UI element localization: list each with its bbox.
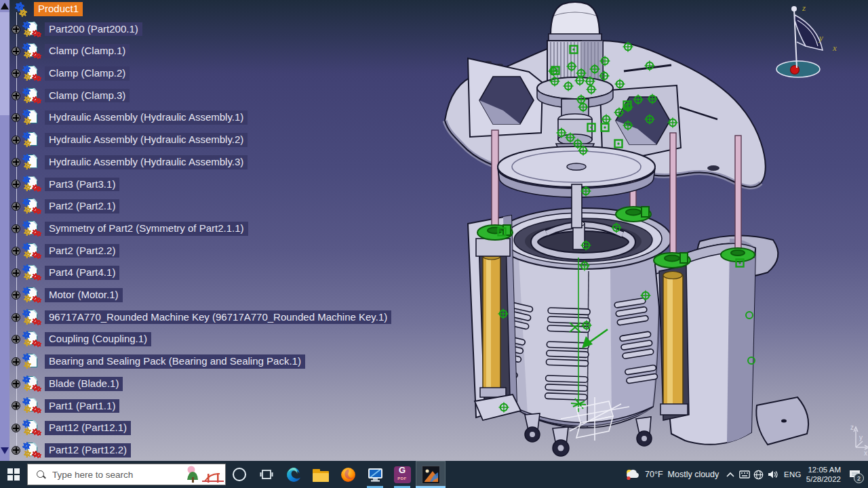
cortana-button[interactable] (226, 461, 253, 488)
file-explorer-button[interactable] (307, 461, 334, 488)
network-globe-icon[interactable] (751, 470, 766, 480)
expand-plus-icon[interactable] (12, 180, 20, 188)
firefox-button[interactable] (334, 461, 361, 488)
expand-plus-icon[interactable] (12, 247, 20, 256)
part-node-icon (20, 264, 41, 282)
gear-icon (22, 375, 31, 384)
tree-item[interactable]: Clamp (Clamp.2) (9, 64, 130, 83)
tree-item-label[interactable]: Part1 (Part1.1) (45, 399, 119, 413)
speaker-icon[interactable] (766, 470, 780, 479)
expand-plus-icon[interactable] (12, 92, 20, 100)
tree-item[interactable]: Part12 (Part12.1) (9, 419, 131, 437)
expand-plus-icon[interactable] (12, 25, 20, 34)
expand-plus-icon[interactable] (12, 446, 20, 455)
tree-item-label[interactable]: Coupling (Coupling.1) (45, 332, 151, 346)
tree-item[interactable]: Clamp (Clamp.1) (9, 42, 130, 60)
expand-plus-icon[interactable] (12, 69, 20, 78)
gom-cam-button[interactable] (361, 461, 389, 488)
tree-item[interactable]: Motor (Motor.1) (9, 286, 123, 304)
expand-plus-icon[interactable] (12, 224, 20, 233)
tree-item[interactable]: Hydraulic Assembly (Hydraulic Assembly.2… (9, 131, 248, 149)
tree-item[interactable]: Bearing and Sealing Pack (Bearing and Se… (9, 352, 305, 371)
tree-item-label[interactable]: Part3 (Part3.1) (45, 178, 119, 192)
expand-plus-icon[interactable] (12, 357, 20, 366)
taskbar-search[interactable] (27, 464, 226, 485)
part-node-icon (20, 242, 41, 260)
expand-plus-icon[interactable] (12, 202, 20, 211)
tree-item-label[interactable]: Clamp (Clamp.3) (45, 89, 130, 103)
active-app-button[interactable] (416, 461, 446, 488)
tree-item[interactable]: Part12 (Part12.2) (9, 441, 131, 460)
tree-root-product[interactable]: Product1 (11, 0, 83, 18)
gom-pdf-button[interactable]: GPDF (389, 461, 416, 488)
weather-desc: Mostly cloudy (668, 470, 719, 479)
tree-item-label[interactable]: Part4 (Part4.1) (45, 266, 119, 280)
tree-root-label[interactable]: Product1 (34, 2, 83, 16)
tree-item-label[interactable]: Bearing and Sealing Pack (Bearing and Se… (45, 354, 305, 369)
expand-plus-icon[interactable] (12, 313, 20, 322)
expand-plus-icon[interactable] (12, 113, 20, 122)
right-shell-hydraulic[interactable] (655, 239, 755, 445)
scrollbar-thumb[interactable] (0, 12, 9, 115)
tree-item[interactable]: Part2 (Part2.2) (9, 242, 119, 260)
expand-plus-icon[interactable] (12, 136, 20, 144)
tree-item-label[interactable]: Blade (Blade.1) (45, 377, 123, 391)
expand-plus-icon[interactable] (12, 158, 20, 167)
expand-plus-icon[interactable] (12, 47, 20, 56)
gear-icon (24, 51, 31, 58)
tree-item-label[interactable]: Motor (Motor.1) (45, 288, 123, 302)
tree-item[interactable]: Part3 (Part3.1) (9, 175, 119, 193)
tree-item-label[interactable]: Clamp (Clamp.2) (45, 66, 130, 81)
tree-item-label[interactable]: Part200 (Part200.1) (45, 22, 142, 37)
expand-plus-icon[interactable] (12, 268, 20, 277)
tree-item[interactable]: Hydraulic Assembly (Hydraulic Assembly.1… (9, 108, 248, 127)
tree-item-label[interactable]: Symmetry of Part2 (Symmetry of Part2.1.1… (45, 222, 248, 236)
compass[interactable]: z y x (776, 3, 837, 77)
expand-plus-icon[interactable] (12, 401, 20, 410)
tree-scrollbar[interactable] (0, 0, 9, 461)
tree-item[interactable]: Part2 (Part2.1) (9, 197, 119, 216)
expand-plus-icon[interactable] (12, 335, 20, 344)
start-button[interactable] (0, 461, 27, 488)
tree-item[interactable]: Part200 (Part200.1) (9, 20, 142, 39)
gear-icon (36, 253, 41, 259)
hidden-icons-caret[interactable] (723, 472, 737, 477)
expand-plus-icon[interactable] (12, 291, 20, 300)
expand-plus-icon[interactable] (12, 380, 20, 388)
tree-item-label[interactable]: Part2 (Part2.2) (45, 244, 119, 258)
taskbar-clock[interactable]: 12:05 AM 5/28/2022 (800, 461, 841, 488)
tree-item-label[interactable]: 96717A770_Rounded Machine Key (96717A770… (45, 310, 391, 325)
tree-item[interactable]: Part1 (Part1.1) (9, 396, 119, 415)
gear-icon (24, 228, 31, 236)
tree-item[interactable]: Hydraulic Assembly (Hydraulic Assembly.3… (9, 153, 248, 171)
tree-item-label[interactable]: Hydraulic Assembly (Hydraulic Assembly.3… (45, 155, 248, 169)
catia-3d-viewport[interactable]: z y x z y x Product (0, 0, 868, 461)
scroll-down-icon[interactable] (1, 447, 9, 454)
tree-item[interactable]: Coupling (Coupling.1) (9, 330, 151, 348)
task-view-button[interactable] (253, 461, 280, 488)
tree-item-label[interactable]: Clamp (Clamp.1) (45, 44, 130, 58)
edge-button[interactable] (280, 461, 307, 488)
touch-keyboard-icon[interactable] (737, 470, 751, 479)
gear-icon (22, 309, 31, 317)
expand-plus-icon[interactable] (12, 424, 20, 432)
notification-center-button[interactable]: 2 (842, 461, 867, 488)
tree-item-label[interactable]: Part12 (Part12.1) (45, 421, 131, 435)
tree-item[interactable]: 96717A770_Rounded Machine Key (96717A770… (9, 308, 391, 327)
specification-tree[interactable]: Product1 Part200 (Part200.1) Clamp (Clam… (0, 0, 434, 461)
tree-item[interactable]: Blade (Blade.1) (9, 375, 123, 393)
search-input[interactable] (51, 469, 182, 481)
tree-item[interactable]: Part4 (Part4.1) (9, 264, 119, 282)
tree-item-label[interactable]: Hydraulic Assembly (Hydraulic Assembly.2… (45, 133, 248, 147)
task-view-icon (260, 468, 273, 481)
bing-daily-art[interactable] (182, 465, 225, 484)
tree-item[interactable]: Symmetry of Part2 (Symmetry of Part2.1.1… (9, 220, 248, 238)
gear-icon (22, 154, 31, 162)
scroll-up-icon[interactable] (1, 3, 9, 9)
agitator-shaft[interactable] (572, 184, 582, 228)
tree-item-label[interactable]: Hydraulic Assembly (Hydraulic Assembly.1… (45, 110, 248, 125)
tree-item-label[interactable]: Part12 (Part12.2) (45, 443, 131, 458)
tree-item-label[interactable]: Part2 (Part2.1) (45, 199, 119, 214)
tree-item[interactable]: Clamp (Clamp.3) (9, 87, 130, 105)
weather-widget[interactable]: 70°F Mostly cloudy (625, 461, 719, 488)
